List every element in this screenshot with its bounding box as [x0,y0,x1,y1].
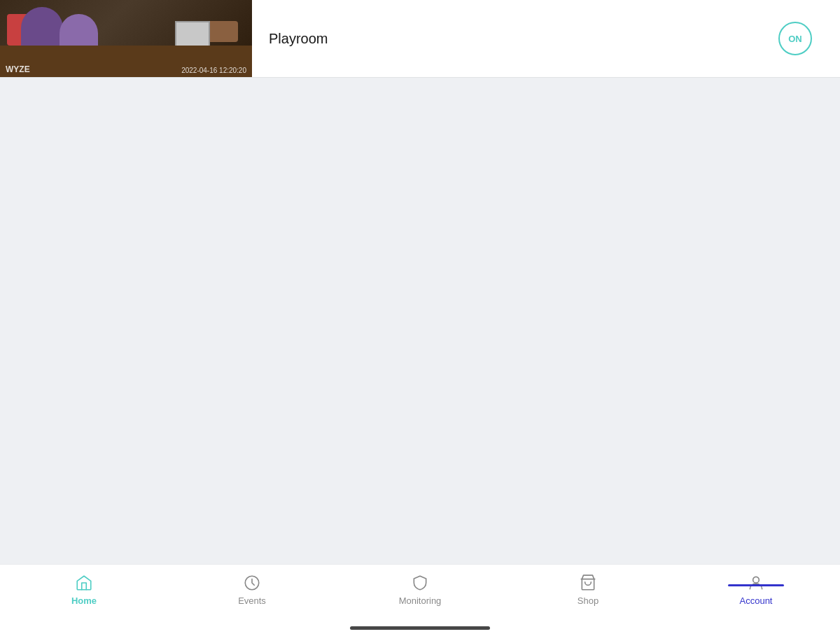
home-indicator-bar [350,626,490,630]
bag-icon [578,573,598,593]
nav-label-home: Home [71,595,97,606]
clock-icon [242,573,262,593]
user-icon [746,573,766,593]
nav-item-shop[interactable]: Shop [504,573,672,606]
camera-status-badge[interactable]: ON [778,22,812,55]
camera-name: Playroom [269,31,328,47]
camera-card[interactable]: WYZE 2022-04-16 12:20:20 Playroom ON [0,0,840,78]
nav-item-monitoring[interactable]: Monitoring [336,573,504,606]
camera-logo: WYZE [6,64,30,74]
main-content [0,78,840,565]
home-icon [74,573,94,593]
camera-scene [0,0,252,77]
camera-info: Playroom ON [252,11,840,67]
nav-label-account: Account [740,595,773,606]
svg-point-1 [753,577,760,583]
scene-element [175,21,210,49]
nav-item-home[interactable]: Home [0,573,168,606]
nav-item-events[interactable]: Events [168,573,336,606]
shield-icon [410,573,430,593]
nav-label-monitoring: Monitoring [399,595,442,606]
account-active-indicator [728,584,784,586]
bottom-nav: Home Events Monitoring Shop [0,564,840,634]
nav-item-account[interactable]: Account [672,573,840,606]
camera-thumbnail[interactable]: WYZE 2022-04-16 12:20:20 [0,0,252,77]
nav-label-shop: Shop [578,595,598,606]
nav-label-events: Events [238,595,266,606]
camera-timestamp: 2022-04-16 12:20:20 [181,67,246,74]
